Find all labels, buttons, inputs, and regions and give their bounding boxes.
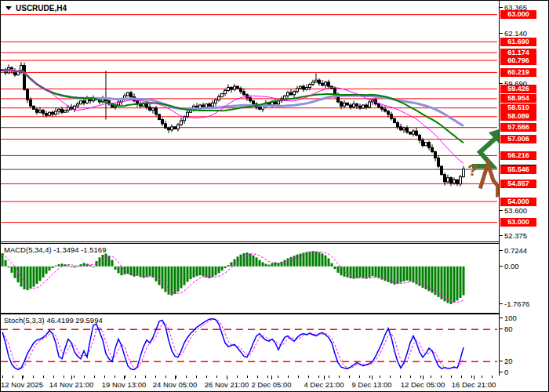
price-level-badge: 63.000 (500, 10, 536, 19)
time-tick (339, 376, 340, 378)
time-tick (145, 376, 146, 378)
chart-window: ? USCRUDE,H4 MACD(5,34,4) -1.3494 -1.516… (0, 0, 549, 392)
stoch-axis-label: 0 (504, 368, 508, 376)
symbol-dropdown-icon[interactable] (5, 6, 12, 10)
time-tick (104, 376, 105, 378)
price-level-badge: 57.566 (500, 123, 536, 132)
time-label: 12 Dec 05:00 (401, 380, 445, 389)
time-tick (176, 376, 176, 378)
time-tick-major (423, 376, 424, 379)
axis-tick (500, 33, 503, 34)
price-tick-label: 53.600 (504, 206, 527, 215)
axis-tick (500, 235, 503, 236)
time-tick (84, 376, 85, 378)
time-label: 14 Nov 21:00 (49, 380, 94, 389)
time-tick (318, 376, 319, 378)
symbol-title: USCRUDE,H4 (5, 4, 67, 13)
price-level-badge: 61.690 (500, 38, 536, 46)
time-tick-major (71, 376, 72, 379)
axis-tick (500, 328, 503, 329)
time-tick (53, 376, 54, 378)
price-level-badge: 58.510 (500, 103, 536, 112)
time-tick (267, 376, 268, 378)
axis-tick (500, 361, 503, 361)
time-label: 4 Dec 21:00 (304, 380, 344, 389)
macd-histogram[interactable] (1, 244, 499, 313)
time-tick (471, 376, 472, 378)
time-tick (298, 376, 299, 378)
price-level-badge: 60.219 (500, 68, 536, 77)
stoch-panel[interactable]: Stoch(5,3,3) 46.4199 29.5994 (1, 314, 499, 376)
price-axis: 63.36562.14059.69053.60052.37555.56663.0… (500, 1, 549, 376)
stoch-axis-label: 80 (504, 325, 513, 333)
time-tick-major (372, 376, 373, 379)
time-tick (380, 376, 380, 378)
time-tick (165, 376, 166, 378)
time-tick (247, 376, 248, 378)
axis-tick (500, 250, 503, 251)
price-level-badge: 60.796 (500, 56, 536, 65)
time-tick (33, 376, 34, 378)
price-level-badge: 59.426 (500, 85, 536, 93)
time-tick (64, 376, 64, 378)
time-tick (329, 376, 329, 378)
time-tick (400, 376, 401, 378)
time-tick (308, 376, 309, 378)
time-tick (441, 376, 442, 378)
time-tick (278, 376, 278, 378)
time-label: 24 Nov 05:00 (153, 380, 198, 389)
price-tick-label: 62.140 (504, 29, 527, 38)
time-tick (451, 376, 452, 378)
time-label: 19 Nov 13:00 (102, 380, 147, 389)
time-tick (135, 376, 136, 378)
time-tick (431, 376, 431, 378)
macd-axis-label: 0.7244 (504, 246, 527, 255)
macd-axis-label: -1.7676 (504, 299, 529, 308)
time-tick (13, 376, 13, 378)
time-tick (2, 376, 3, 378)
axis-tick (500, 266, 503, 267)
time-tick (94, 376, 95, 378)
macd-panel[interactable]: MACD(5,34,4) -1.3494 -1.5169 (1, 243, 499, 314)
time-tick (482, 376, 482, 378)
time-tick (420, 376, 421, 378)
axis-tick (500, 318, 503, 318)
time-axis: 12 Nov 202514 Nov 21:0019 Nov 13:0024 No… (1, 376, 549, 392)
time-tick (410, 376, 411, 378)
price-level-badge: 57.006 (500, 135, 536, 143)
axis-tick (500, 7, 503, 8)
question-mark: ? (467, 161, 478, 179)
price-level-badge: 54.857 (500, 180, 536, 188)
stoch-axis-label: 100 (504, 314, 517, 322)
time-label: 16 Dec 21:00 (452, 380, 496, 389)
price-level-badge: 53.000 (500, 218, 536, 227)
time-tick (349, 376, 350, 378)
main-chart-panel[interactable]: ? USCRUDE,H4 (1, 1, 499, 242)
time-tick (115, 376, 115, 378)
time-tick (492, 376, 493, 378)
time-tick (237, 376, 238, 378)
time-tick (390, 376, 391, 378)
time-tick (369, 376, 370, 378)
time-tick (125, 376, 125, 378)
candlestick-chart[interactable]: ? (1, 1, 499, 241)
time-tick-major (175, 376, 176, 379)
time-tick (155, 376, 156, 378)
price-level-badge: 56.216 (500, 151, 536, 160)
axis-tick (500, 210, 503, 211)
time-label: 12 Nov 2025 (1, 380, 43, 389)
time-label: 2 Dec 05:00 (251, 380, 291, 389)
time-tick (288, 376, 289, 378)
time-tick (23, 376, 24, 378)
time-tick-major (324, 376, 325, 379)
time-tick-major (474, 376, 474, 379)
time-tick (216, 376, 217, 378)
stoch-axis-label: 20 (504, 357, 513, 365)
time-tick-major (227, 376, 227, 379)
time-tick (257, 376, 258, 378)
stoch-header: Stoch(5,3,3) 46.4199 29.5994 (4, 316, 103, 325)
axis-tick (500, 83, 503, 84)
time-label: 26 Nov 21:00 (205, 380, 249, 389)
time-tick (186, 376, 187, 378)
time-tick (74, 376, 75, 378)
